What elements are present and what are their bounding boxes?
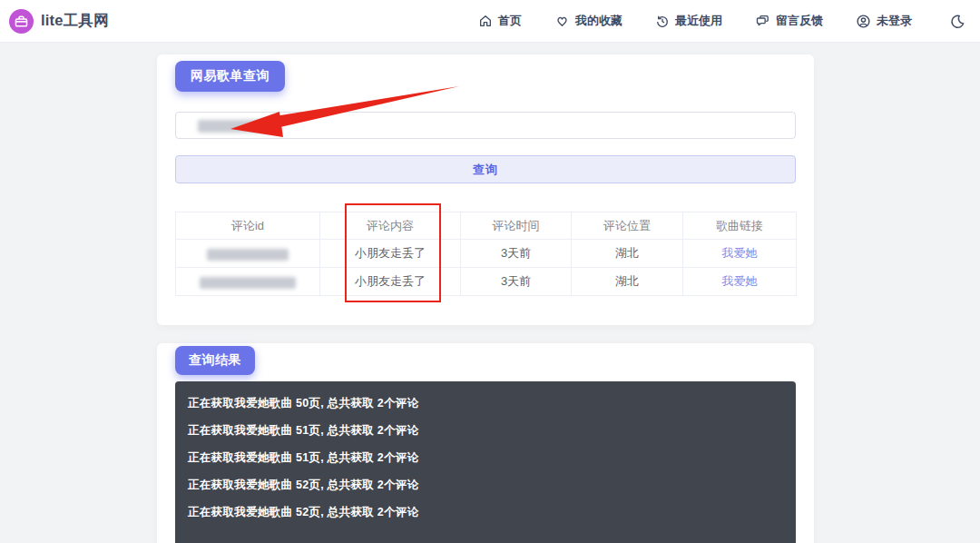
header-comment-time: 评论时间	[461, 212, 572, 240]
card-title-badge: 网易歌单查询	[175, 61, 285, 92]
log-line: 正在获取我爱她歌曲 52页, 总共获取 2个评论	[188, 499, 796, 526]
nav-label: 最近使用	[675, 13, 722, 29]
log-line: 正在获取我爱她歌曲 51页, 总共获取 2个评论	[188, 444, 796, 471]
cell-comment-location: 湖北	[572, 268, 683, 296]
cell-song-link: 我爱她	[683, 268, 797, 296]
cell-comment-time: 3天前	[461, 240, 572, 268]
log-line: 正在获取我爱她歌曲 52页, 总共获取 2个评论	[188, 471, 796, 499]
query-button[interactable]: 查询	[175, 155, 796, 183]
cell-comment-time: 3天前	[461, 268, 572, 296]
header-comment-content: 评论内容	[320, 212, 461, 240]
nav-item-recent[interactable]: 最近使用	[655, 13, 722, 29]
history-icon	[655, 14, 670, 28]
cell-comment-content: 小朋友走丢了	[320, 240, 461, 268]
redacted-id	[207, 249, 289, 261]
table-row: 小朋友走丢了 3天前 湖北 我爱她	[176, 268, 797, 296]
cell-comment-location: 湖北	[572, 240, 683, 268]
header-comment-location: 评论位置	[572, 212, 683, 240]
log-console: 正在获取我爱她歌曲 50页, 总共获取 2个评论 正在获取我爱她歌曲 51页, …	[175, 381, 796, 543]
cell-song-link: 我爱她	[683, 240, 797, 268]
nav-label: 我的收藏	[575, 13, 622, 29]
heart-icon	[554, 14, 570, 28]
nav-item-favorites[interactable]: 我的收藏	[554, 13, 622, 29]
header-comment-id: 评论id	[176, 212, 320, 240]
song-link[interactable]: 我爱她	[722, 274, 758, 288]
home-icon	[478, 14, 493, 28]
nav-item-home[interactable]: 首页	[478, 13, 522, 29]
cell-comment-content: 小朋友走丢了	[320, 268, 461, 296]
table-header-row: 评论id 评论内容 评论时间 评论位置 歌曲链接	[176, 212, 797, 240]
dark-mode-toggle[interactable]	[950, 14, 965, 29]
table-row: 小朋友走丢了 3天前 湖北 我爱她	[176, 240, 797, 268]
comments-table: 评论id 评论内容 评论时间 评论位置 歌曲链接 小朋友走丢了 3天前 湖北 我…	[175, 212, 797, 296]
result-title-badge: 查询结果	[175, 346, 255, 375]
playlist-id-input[interactable]	[175, 112, 796, 139]
feedback-icon	[755, 14, 770, 28]
brand-name: lite工具网	[41, 11, 109, 31]
brand-logo[interactable]: lite工具网	[9, 9, 109, 34]
nav-label: 未登录	[877, 13, 912, 29]
nav-item-login[interactable]: 未登录	[856, 13, 912, 29]
redacted-id	[200, 277, 296, 289]
redacted-input-value	[198, 120, 276, 133]
cell-comment-id	[176, 240, 320, 268]
moon-icon	[950, 14, 965, 29]
query-result-card: 查询结果 正在获取我爱她歌曲 50页, 总共获取 2个评论 正在获取我爱她歌曲 …	[157, 343, 814, 543]
playlist-query-card: 网易歌单查询 查询 评论id 评论内容 评论时间 评论位置 歌曲链接 小朋友走丢…	[157, 54, 814, 325]
log-line: 正在获取我爱她歌曲 50页, 总共获取 2个评论	[188, 390, 796, 417]
song-link[interactable]: 我爱她	[722, 246, 758, 260]
main-nav: 首页 我的收藏 最近使用	[478, 13, 965, 29]
nav-label: 留言反馈	[776, 13, 823, 29]
top-navbar: lite工具网 首页 我的收藏	[0, 0, 980, 43]
cell-comment-id	[176, 268, 320, 296]
header-song-link: 歌曲链接	[683, 212, 797, 240]
user-icon	[856, 14, 871, 29]
nav-label: 首页	[498, 13, 522, 29]
nav-item-feedback[interactable]: 留言反馈	[755, 13, 823, 29]
log-line: 正在获取我爱她歌曲 51页, 总共获取 2个评论	[188, 417, 796, 444]
toolbox-logo-icon	[9, 9, 34, 34]
